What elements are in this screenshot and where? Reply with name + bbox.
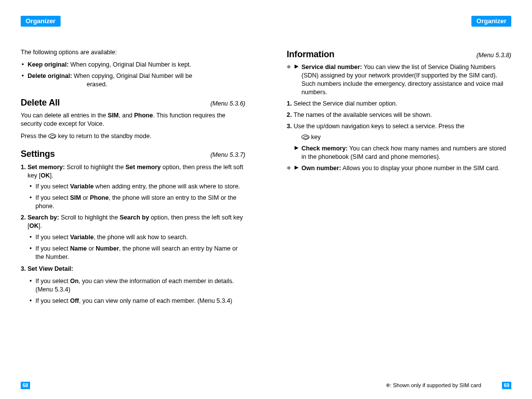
- manual-spread: Organizer The following options are avai…: [0, 0, 532, 399]
- settings-title: Settings: [21, 148, 55, 160]
- header-left: Organizer: [21, 16, 61, 27]
- information-menu: (Menu 5.3.8): [476, 51, 511, 60]
- settings-menu: (Menu 5.3.7): [210, 151, 245, 159]
- left-page: Organizer The following options are avai…: [0, 0, 266, 399]
- info-step-3: 3.Use the up/down navigation keys to sel…: [287, 122, 511, 131]
- information-row: Information (Menu 5.3.8): [287, 48, 511, 60]
- page-number-left: 68: [21, 382, 30, 389]
- sb-name-number: If you select Name or Number, the phone …: [21, 245, 245, 261]
- delete-all-menu: (Menu 5.3.6): [210, 100, 245, 108]
- delete-all-title: Delete All: [21, 97, 60, 109]
- erased-line: erased.: [28, 80, 245, 89]
- right-page: Organizer Information (Menu 5.3.8) ❈ Ser…: [266, 0, 532, 399]
- search-by-item: 2. Search by: Scroll to highlight the Se…: [21, 214, 245, 230]
- svg-marker-2: [295, 146, 299, 150]
- keep-original-item: Keep original: When copying, Original Di…: [21, 61, 245, 69]
- own-number: ❈ Own number: Allows you to display your…: [287, 164, 511, 173]
- right-footer: ❈: Shown only if supported by SIM card 6…: [287, 382, 511, 389]
- header-right: Organizer: [471, 16, 511, 27]
- svd-off: If you select Off, you can view only nam…: [21, 297, 245, 305]
- check-memory: Check memory: You can check how many nam…: [287, 145, 511, 161]
- footnote: ❈: Shown only if supported by SIM card: [386, 382, 481, 389]
- info-step-1: 1.Select the Service dial number option.: [287, 100, 511, 108]
- sm-sim-phone: If you select SIM or Phone, the phone wi…: [21, 194, 245, 211]
- service-dial-number: ❈ Service dial number: You can view the …: [287, 63, 511, 97]
- star-triangle-icon: ❈: [287, 165, 299, 170]
- delete-original-item: Delete original: When copying, Original …: [21, 72, 245, 89]
- svg-text:❈: ❈: [287, 64, 291, 69]
- sb-variable: If you select Variable, the phone will a…: [21, 233, 245, 242]
- end-key-icon: [48, 134, 56, 139]
- delete-original-label: Delete original:: [28, 73, 72, 79]
- press-standby: Press the key to return to the standby m…: [21, 132, 245, 141]
- left-content: The following options are available: Kee…: [21, 27, 245, 382]
- page-number-right: 69: [502, 382, 511, 389]
- settings-row: Settings (Menu 5.3.7): [21, 148, 245, 160]
- svg-marker-4: [295, 166, 299, 170]
- sm-variable: If you select Variable when adding entry…: [21, 182, 245, 191]
- info-step-3-key: key: [287, 133, 511, 142]
- triangle-icon: [295, 146, 299, 150]
- svg-marker-1: [295, 65, 299, 69]
- left-footer: 68: [21, 382, 245, 389]
- right-content: Information (Menu 5.3.8) ❈ Service dial …: [287, 27, 511, 382]
- svd-on: If you select On, you can view the infor…: [21, 277, 245, 294]
- keep-original-text: When copying, Original Dial Number is ke…: [68, 61, 191, 68]
- star-triangle-icon: ❈: [287, 64, 299, 69]
- info-step-2: 2.The names of the available services wi…: [287, 111, 511, 119]
- delete-original-text: When copying, Original Dial Number will …: [72, 73, 192, 79]
- set-memory-item: 1. Set memory: Scroll to highlight the S…: [21, 163, 245, 180]
- nav-key-icon: [301, 135, 309, 140]
- keep-original-label: Keep original:: [28, 61, 68, 68]
- intro-text: The following options are available:: [21, 48, 245, 57]
- svg-text:❈: ❈: [287, 165, 291, 170]
- information-title: Information: [287, 48, 334, 60]
- set-view-detail-label: 3. Set View Detail:: [21, 265, 245, 273]
- delete-all-row: Delete All (Menu 5.3.6): [21, 97, 245, 109]
- delete-all-desc: You can delete all entries in the SIM, a…: [21, 111, 245, 128]
